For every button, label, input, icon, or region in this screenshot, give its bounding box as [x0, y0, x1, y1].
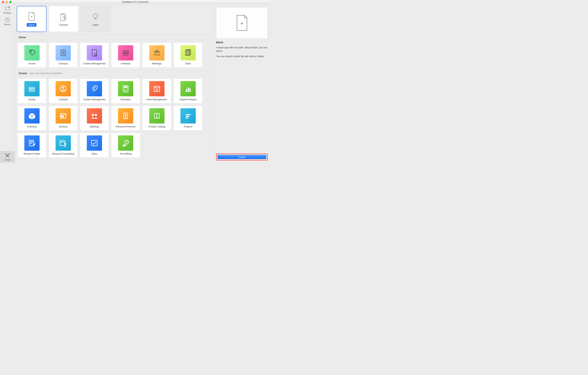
section-header-sample: Sample - Apps that show the possibilitie… [17, 70, 211, 76]
card-label: Assets [28, 98, 35, 101]
checklist-box-icon [180, 45, 196, 60]
svg-rect-38 [92, 140, 97, 146]
tab-convert[interactable]: Convert [49, 6, 78, 32]
svg-point-20 [125, 90, 126, 91]
calendar-person-icon [56, 135, 71, 151]
sample-card[interactable]: Resource Scheduling [49, 133, 78, 158]
sample-card[interactable]: Content Management [80, 78, 109, 103]
sample-card[interactable]: Contacts [49, 78, 78, 103]
card-label: Assets [28, 62, 35, 65]
starter-card[interactable]: Contacts [49, 43, 78, 67]
barchart-icon [180, 81, 196, 96]
sidebar-item-label: Recent [4, 23, 10, 25]
tab-label: Learn [92, 23, 98, 26]
card-label: Inventory [27, 125, 37, 128]
sample-card[interactable]: Tasks [80, 133, 109, 158]
tab-learn[interactable]: Learn [81, 6, 110, 32]
svg-point-18 [126, 89, 127, 90]
people-icon [149, 45, 165, 60]
starter-card[interactable]: Assets [18, 43, 46, 67]
svg-rect-27 [61, 116, 64, 118]
svg-point-31 [125, 114, 126, 116]
section-title: Starter [19, 36, 26, 39]
tab-blank[interactable]: Blank [17, 6, 46, 32]
svg-point-19 [124, 90, 125, 91]
card-label: Resource Scheduling [52, 153, 74, 155]
card-label: Contacts [59, 98, 68, 101]
svg-point-21 [126, 90, 127, 91]
card-label: Meetings [90, 125, 99, 128]
tab-label: Convert [59, 23, 68, 26]
svg-rect-15 [124, 86, 127, 88]
check-box-icon [87, 135, 102, 151]
starter-card[interactable]: Meetings [142, 43, 171, 67]
starter-card[interactable]: Tasks [174, 43, 203, 67]
svg-rect-32 [186, 114, 190, 115]
create-button[interactable]: Create [217, 155, 266, 159]
blank-file-icon [28, 11, 36, 21]
svg-point-28 [92, 114, 94, 116]
sample-card[interactable]: Meetings [80, 106, 109, 131]
sample-card[interactable]: Event Management [142, 78, 171, 103]
card-label: Projects [184, 125, 192, 128]
svg-point-9 [156, 50, 158, 52]
create-button-highlight: Create [216, 154, 268, 160]
person-circle-icon [56, 81, 71, 96]
window-title: FileMaker Pro Advanced [0, 0, 271, 3]
sample-card[interactable]: Expense Report [174, 78, 203, 103]
titlebar: FileMaker Pro Advanced [0, 0, 271, 4]
clock-icon [5, 17, 10, 22]
id-card-icon [118, 108, 133, 123]
blank-file-preview-icon [235, 14, 249, 31]
sidebar-item-my-apps[interactable]: My Apps [0, 4, 15, 16]
people-fill-icon [87, 108, 102, 123]
box3d-icon [24, 108, 40, 123]
sidebar: My Apps Recent Create [0, 4, 15, 163]
sidebar-item-recent[interactable]: Recent [0, 16, 15, 27]
starter-grid: AssetsContactsContent ManagementInventor… [17, 40, 211, 70]
starter-card[interactable]: Inventory [111, 43, 140, 67]
tab-label: Blank [27, 23, 37, 27]
sample-card[interactable]: Inventory [18, 106, 46, 131]
main-panel: Blank Convert Learn Starter AssetsContac… [15, 4, 213, 163]
convert-files-icon [60, 12, 68, 22]
card-label: Research Notes [24, 153, 40, 155]
sample-card[interactable]: Personnel Records [111, 106, 140, 131]
svg-point-16 [124, 89, 125, 90]
lines-icon [180, 108, 196, 123]
sample-card[interactable]: Time Billing [111, 133, 140, 158]
section-title: Sample [19, 72, 27, 75]
note-pencil-icon [24, 135, 40, 151]
id-icon [56, 45, 71, 60]
detail-desc-1: A blank app with one table, default fiel… [216, 46, 268, 53]
sample-card[interactable]: Projects [174, 106, 203, 131]
docgear-icon [87, 45, 102, 60]
barcode-icon [24, 81, 40, 96]
svg-rect-23 [186, 89, 187, 91]
window-icon [56, 108, 71, 123]
sample-card[interactable]: Product Catalog [142, 106, 171, 131]
svg-rect-36 [60, 141, 65, 145]
sample-card[interactable]: Research Notes [18, 133, 46, 158]
starter-card[interactable]: Content Management [80, 43, 109, 67]
sample-card[interactable]: Estimates [111, 78, 140, 103]
calc-icon [118, 81, 133, 96]
clip-icon [87, 81, 102, 96]
svg-point-5 [94, 54, 97, 56]
detail-panel: Blank A blank app with one table, defaul… [213, 4, 271, 163]
card-label: Personnel Records [116, 125, 136, 128]
sidebar-item-create[interactable]: Create [0, 151, 15, 163]
card-label: Tasks [91, 153, 97, 155]
card-label: Contacts [59, 62, 68, 65]
clock-coins-icon [118, 135, 133, 151]
svg-rect-33 [186, 116, 189, 117]
svg-rect-24 [188, 88, 189, 91]
svg-point-41 [123, 145, 126, 146]
barcode-box-icon [118, 45, 133, 60]
tag-icon [24, 45, 40, 60]
sample-card[interactable]: Invoices [49, 106, 78, 131]
sample-card[interactable]: Assets [18, 78, 46, 103]
svg-point-1 [94, 14, 98, 18]
svg-rect-25 [189, 88, 190, 91]
svg-point-29 [95, 114, 97, 116]
